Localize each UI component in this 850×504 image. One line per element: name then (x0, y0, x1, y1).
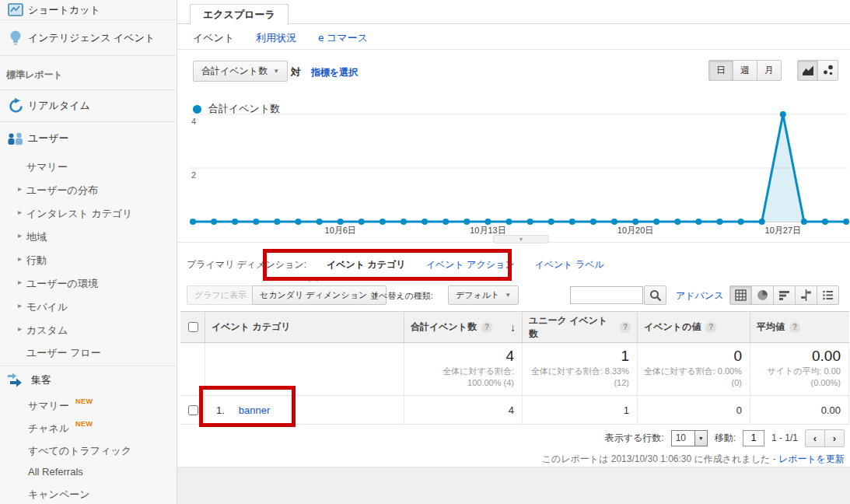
search-icon (649, 289, 662, 302)
events-line-chart[interactable]: 4210月6日10月13日10月20日10月27日 (190, 109, 850, 243)
sidebar-item-all-referrals[interactable]: All Referrals (0, 466, 177, 478)
svg-text:2: 2 (191, 170, 196, 180)
granularity-month-button[interactable]: 月 (757, 60, 782, 81)
sidebar-item-technology[interactable]: ▸ユーザーの環境 (0, 277, 177, 289)
row-checkbox[interactable] (188, 405, 198, 415)
data-table-view-button[interactable] (729, 285, 752, 305)
svg-text:4: 4 (191, 117, 196, 126)
next-icon: › (833, 432, 836, 444)
granularity-toggle: 日 週 月 (708, 60, 782, 81)
lightbulb-icon (6, 30, 25, 47)
cell-avg-value: 0.00 (750, 396, 849, 424)
sidebar-item-custom[interactable]: ▸カスタム (0, 324, 177, 336)
sidebar-item-all-traffic[interactable]: すべてのトラフィック (0, 444, 177, 457)
expand-arrow-icon: ▸ (18, 301, 22, 310)
granularity-day-button[interactable]: 日 (708, 60, 733, 81)
line-chart-icon (802, 65, 814, 76)
chevron-down-icon: ▼ (694, 431, 707, 446)
plot-rows-button[interactable]: グラフに表示 (187, 285, 254, 305)
select-metric-link[interactable]: 指標を選択 (311, 66, 358, 79)
sidebar-item-acquisition[interactable]: 集客 (0, 366, 177, 394)
report-subnav: イベント 利用状況 e コマース (193, 31, 368, 45)
row-number: 1. (216, 404, 225, 416)
performance-view-button[interactable] (773, 285, 796, 305)
chevron-down-icon: ▼ (505, 292, 511, 299)
sidebar-item-users-flow[interactable]: ユーザー フロー (0, 346, 177, 359)
subnav-usage[interactable]: 利用状況 (256, 31, 296, 45)
percentage-view-button[interactable] (751, 285, 774, 305)
table-grid-icon (735, 289, 747, 301)
sort-type-dropdown[interactable]: デフォルト ▼ (448, 285, 519, 305)
sidebar-item-channels[interactable]: チャネルNEW (0, 422, 177, 434)
secondary-dimension-dropdown[interactable]: セカンダリ ディメンション ▼ (252, 285, 387, 305)
subnav-events[interactable]: イベント (193, 31, 234, 45)
bars-icon (778, 289, 790, 301)
sidebar-item-campaigns[interactable]: キャンペーン (0, 488, 177, 500)
col-header-event-category[interactable]: イベント カテゴリ (205, 312, 404, 342)
advanced-filter-link[interactable]: アドバンス (676, 289, 723, 303)
refresh-report-link[interactable]: レポートを更新 (778, 453, 845, 464)
rows-per-page-select[interactable]: 10 ▼ (671, 430, 708, 446)
pager-buttons: ‹ › (805, 429, 845, 447)
users-icon (6, 132, 25, 145)
col-header-avg-value[interactable]: 平均値 ? (750, 312, 849, 342)
ga-events-report-screen: ショートカット インテリジェンス イベント 標準レポート リアルタイム ユーザー… (0, 0, 850, 504)
search-button[interactable] (644, 285, 666, 305)
goto-page-input[interactable] (743, 430, 764, 446)
sidebar-item-geo[interactable]: ▸地域 (0, 230, 177, 243)
sidebar-item-acquisition-summary[interactable]: サマリーNEW (0, 399, 177, 411)
pivot-view-button[interactable] (817, 285, 839, 305)
summary-unique-events: 1 全体に対する割合: 8.33% (12) (523, 343, 638, 395)
event-category-link[interactable]: banner (239, 404, 270, 416)
line-chart-button[interactable] (797, 60, 818, 81)
svg-text:10月13日: 10月13日 (470, 226, 505, 235)
pivot-icon (822, 289, 834, 301)
scatter-chart-icon (822, 65, 834, 76)
cell-unique-events: 1 (523, 396, 638, 424)
col-header-total-events[interactable]: 合計イベント数 ? ↓ (404, 312, 523, 342)
next-page-button[interactable]: › (824, 429, 845, 447)
sidebar-item-demographics[interactable]: ▸ユーザーの分布 (0, 184, 177, 196)
divider (177, 49, 850, 50)
col-header-unique-events[interactable]: ユニーク イベント数 ? (523, 312, 638, 342)
dimension-event-action[interactable]: イベント アクション (426, 258, 515, 271)
select-all-cell (180, 312, 205, 342)
help-icon[interactable]: ? (789, 322, 800, 333)
shortcut-icon (6, 3, 25, 16)
dimension-event-label[interactable]: イベント ラベル (535, 258, 604, 271)
comparison-icon (800, 289, 812, 301)
sidebar-item-audience-summary[interactable]: サマリー (0, 160, 177, 173)
granularity-week-button[interactable]: 週 (733, 60, 757, 81)
chart-type-toggle (797, 60, 838, 81)
col-header-event-value[interactable]: イベントの値 ? (638, 312, 750, 342)
dimension-event-category[interactable]: イベント カテゴリ (327, 258, 406, 271)
cell-event-value: 0 (638, 396, 750, 424)
sidebar-item-intelligence-events[interactable]: インテリジェンス イベント (0, 20, 177, 55)
sidebar-item-audience[interactable]: ユーザー (0, 123, 177, 154)
expand-arrow-icon: ▸ (18, 278, 22, 286)
help-icon[interactable]: ? (481, 322, 492, 333)
sidebar: ショートカット インテリジェンス イベント 標準レポート リアルタイム ユーザー… (0, 0, 177, 504)
subnav-ecommerce[interactable]: e コマース (318, 31, 368, 45)
comparison-view-button[interactable] (795, 285, 817, 305)
sidebar-item-interests[interactable]: ▸インタレスト カテゴリ (0, 207, 177, 219)
sidebar-item-shortcuts[interactable]: ショートカット (0, 0, 177, 19)
sidebar-item-realtime[interactable]: リアルタイム (0, 89, 177, 122)
svg-text:10月6日: 10月6日 (325, 226, 356, 235)
chart-collapse-button[interactable]: ▼ (493, 235, 549, 243)
metric-select-dropdown[interactable]: 合計イベント数 ▼ (193, 61, 288, 82)
help-icon[interactable]: ? (705, 322, 716, 333)
select-all-checkbox[interactable] (188, 322, 198, 332)
table-search-input[interactable] (570, 286, 643, 304)
pie-chart-icon (757, 289, 768, 301)
sidebar-item-mobile[interactable]: ▸モバイル (0, 300, 177, 313)
prev-icon: ‹ (813, 432, 817, 444)
sort-type-label: 並べ替えの種類: (370, 290, 433, 302)
previous-page-button[interactable]: ‹ (805, 429, 825, 447)
help-icon[interactable]: ? (620, 322, 631, 333)
table-row[interactable]: 1. banner 4 1 0 0.00 (180, 396, 849, 425)
explorer-tabbar: エクスプローラ (177, 0, 850, 24)
scatter-chart-button[interactable] (817, 60, 838, 81)
sidebar-item-behavior[interactable]: ▸行動 (0, 254, 177, 266)
tab-explorer[interactable]: エクスプローラ (190, 4, 289, 25)
